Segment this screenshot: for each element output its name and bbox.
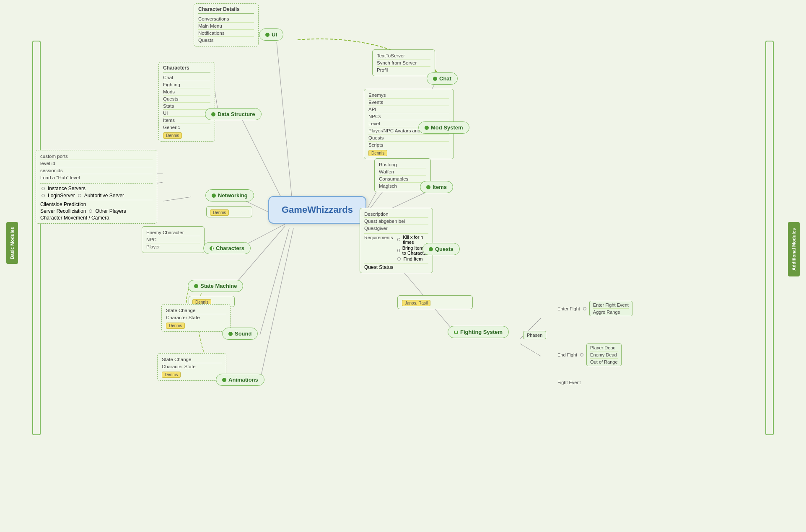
characters-items-box: Enemy Character NPC Player (142, 226, 205, 253)
svg-rect-1 (766, 41, 773, 435)
quests-box: Description Quest abgeben bei Questgiver… (360, 208, 433, 273)
fight-event-container: Fight Event (557, 380, 581, 385)
list-item: Fighting (163, 81, 210, 88)
list-item: Quests (198, 37, 254, 44)
animations-module-node[interactable]: Animations (216, 374, 264, 386)
connector-dot (580, 353, 583, 356)
list-item: Scripts (368, 142, 449, 148)
list-item: Player Dead (590, 345, 617, 351)
dennis-badge: Dennis (368, 150, 387, 156)
connector-dot (89, 209, 92, 213)
svg-line-22 (520, 343, 541, 356)
quests-module-node[interactable]: Quests (422, 243, 460, 255)
list-item: Mods (163, 88, 210, 96)
svg-rect-0 (33, 41, 40, 435)
additional-modules-label: Additional Modules (788, 222, 800, 276)
connector-dot (397, 238, 400, 241)
module-dot (194, 284, 198, 288)
svg-line-7 (260, 228, 289, 335)
ui-module-label: UI (272, 31, 277, 38)
connector-dot (41, 187, 45, 190)
central-label: GameWhizzards (282, 204, 353, 215)
chat-box: TextToServer Synch from Server Profil (372, 49, 435, 76)
dennis-badge: Dennis (166, 323, 185, 329)
list-item: Enemy Dead (590, 351, 617, 359)
list-item: Out of Range (590, 359, 617, 364)
list-item: Quest abgeben bei (364, 218, 428, 225)
chat-module-label: Chat (439, 75, 451, 82)
connector-dot (397, 257, 401, 261)
list-item: Load a "Hub" level (40, 174, 153, 181)
list-item: custom ports (40, 153, 153, 160)
list-item: State Change (162, 356, 222, 363)
dennis-badge: Dennis (163, 132, 182, 139)
list-item: Waffen (379, 168, 426, 176)
list-item: Find Item (403, 256, 422, 261)
module-dot (425, 126, 429, 130)
module-dot (228, 332, 233, 336)
mod-system-module-label: Mod System (431, 124, 463, 131)
list-item: sessionids (40, 167, 153, 174)
list-item: NPC (146, 236, 200, 243)
end-fight-container: End Fight Player Dead Enemy Dead Out of … (557, 343, 622, 366)
list-item: Quest Status (364, 264, 393, 270)
central-node[interactable]: GameWhizzards (268, 196, 366, 224)
ds-title: Characters (163, 65, 210, 72)
list-item: Generic (163, 124, 210, 131)
list-item: Notifications (198, 30, 254, 37)
sound-module-label: Sound (235, 331, 251, 337)
dennis-badge: Dennis (162, 372, 181, 378)
list-item: Items (163, 117, 210, 124)
enter-fight-container: Enter Fight Enter Fight Event Aggro Rang… (557, 301, 632, 316)
list-item: Character State (162, 363, 222, 370)
networking-box: custom ports level id sessionids Load a … (36, 150, 157, 224)
dennis-badge: Dennis (210, 209, 229, 216)
data-structure-module-node[interactable]: Data Structure (205, 108, 262, 120)
ui-module-node[interactable]: UI (259, 28, 283, 41)
module-dot (433, 77, 437, 81)
list-item: Events (368, 99, 449, 106)
characters-module-label: Characters (216, 245, 244, 251)
networking-badge-box: Dennis (206, 206, 252, 217)
list-item: Quests (163, 96, 210, 103)
janos-rasil-badge: Janos, Rasil (402, 300, 430, 306)
ds-module-label: Data Structure (218, 111, 255, 117)
character-details-title: Character Details (198, 6, 254, 14)
module-dot (212, 194, 216, 198)
animations-box: State Change Character State Dennis (157, 353, 226, 381)
module-dot (211, 112, 215, 116)
connector-dot (397, 249, 399, 252)
quests-module-label: Quests (435, 246, 454, 252)
list-item: Clientside Prediction (40, 201, 86, 207)
list-item: Conversations (198, 15, 254, 23)
fighting-system-module-node[interactable]: Fighting System (448, 326, 509, 338)
end-fight-label: End Fight (557, 352, 577, 357)
fighting-system-module-container: Janos, Rasil (397, 295, 473, 309)
sound-box: State Change Character State Dennis (161, 304, 231, 332)
module-dot (222, 378, 226, 382)
other-players: Other Players (95, 208, 126, 214)
state-machine-module-node[interactable]: State Machine (188, 280, 243, 292)
module-dot (426, 185, 430, 189)
networking-module-label: Networking (218, 192, 248, 199)
connector-dot (41, 194, 45, 197)
networking-module-node[interactable]: Networking (205, 189, 254, 201)
state-machine-module-label: State Machine (200, 283, 237, 289)
items-module-node[interactable]: Items (420, 181, 453, 193)
instance-servers: Instance Servers (48, 186, 86, 191)
list-item: Quests (368, 134, 449, 142)
list-item: Enter Fight Event (593, 302, 629, 309)
list-item: Character State (166, 314, 226, 321)
mod-system-module-node[interactable]: Mod System (418, 121, 469, 134)
connector-dot (78, 194, 81, 197)
list-item: Synch from Server (377, 59, 430, 67)
list-item: TextToServer (377, 52, 430, 59)
list-item: Aggro Range (593, 309, 629, 315)
characters-module-node[interactable]: Characters (203, 242, 251, 254)
sound-module-node[interactable]: Sound (222, 328, 258, 340)
list-item: UI (163, 110, 210, 117)
list-item: NPCs (368, 113, 449, 120)
enter-fight-label: Enter Fight (557, 306, 580, 311)
data-structure-box: Characters Chat Fighting Mods Quests Sta… (158, 62, 215, 142)
chat-module-node[interactable]: Chat (427, 72, 458, 85)
